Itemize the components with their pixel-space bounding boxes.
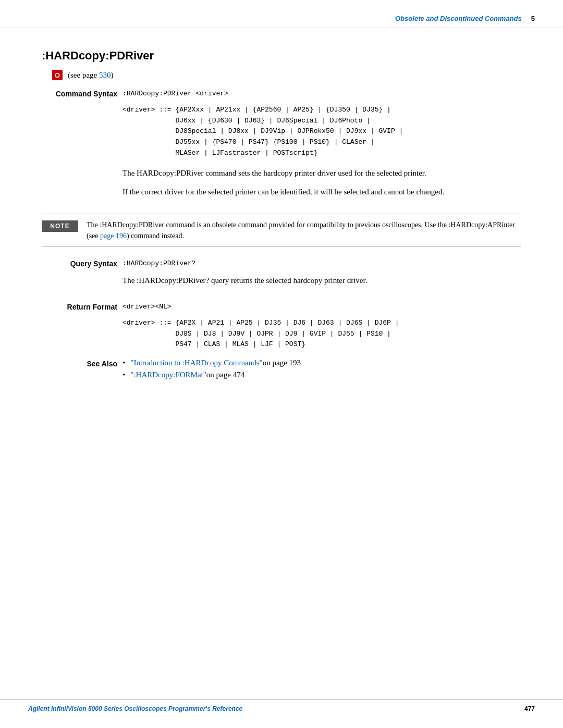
see-also-link-1[interactable]: "Introduction to :HARDcopy Commands" xyxy=(130,359,262,367)
query-syntax-row: Query Syntax :HARDcopy:PDRiver? The :HAR… xyxy=(42,258,521,293)
page-header: Obsolete and Discontinued Commands 5 xyxy=(0,0,563,28)
query-syntax-code: :HARDcopy:PDRiver? xyxy=(123,258,521,269)
footer-page-num: 477 xyxy=(524,705,535,712)
query-syntax-label: Query Syntax xyxy=(42,258,123,293)
return-format-driver-def: <driver> ::= {AP2X | AP21 | AP25 | DJ35 … xyxy=(123,318,521,350)
note-row: NOTE The :HARDcopy:PDRiver command is an… xyxy=(42,214,521,247)
see-also-row: See Also "Introduction to :HARDcopy Comm… xyxy=(42,359,521,382)
header-page-num: 5 xyxy=(531,15,535,22)
body-para-2: If the correct driver for the selected p… xyxy=(123,186,521,198)
note-text: The :HARDcopy:PDRiver command is an obso… xyxy=(87,219,521,241)
see-also-suffix-1: on page 193 xyxy=(263,359,301,367)
return-format-line1: <driver><NL> xyxy=(123,302,521,313)
header-chapter-title: Obsolete and Discontinued Commands xyxy=(395,15,522,22)
see-also-content: "Introduction to :HARDcopy Commands" on … xyxy=(123,359,521,382)
command-syntax-label: Command Syntax xyxy=(42,89,123,159)
see-page-suffix: ) xyxy=(111,71,113,79)
note-label: NOTE xyxy=(42,220,78,232)
section-title: :HARDcopy:PDRiver xyxy=(42,49,521,63)
body-para-row-1: The HARDcopy:PDRiver command sets the ha… xyxy=(42,167,521,205)
return-format-row: Return Format <driver><NL> <driver> ::= … xyxy=(42,302,521,350)
note-text-after: ) command instead. xyxy=(127,232,184,240)
see-also-label: See Also xyxy=(42,359,123,382)
main-content: :HARDcopy:PDRiver O (see page 530) Comma… xyxy=(0,28,563,422)
return-format-label: Return Format xyxy=(42,302,123,350)
see-also-link-2[interactable]: ":HARDcopy:FORMat" xyxy=(130,371,206,379)
command-syntax-row: Command Syntax :HARDcopy:PDRiver <driver… xyxy=(42,89,521,159)
note-link[interactable]: page 196 xyxy=(100,232,127,240)
return-format-content: <driver><NL> <driver> ::= {AP2X | AP21 |… xyxy=(123,302,521,350)
see-page-link[interactable]: 530 xyxy=(99,71,111,79)
command-syntax-driver-def: <driver> ::= {AP2Xxx | AP21xx | {AP2560 … xyxy=(123,105,521,159)
see-page-prefix: (see page xyxy=(68,71,99,79)
footer-title: Agilent InfiniiVision 5000 Series Oscill… xyxy=(28,705,242,712)
query-syntax-description: The :HARDcopy:PDRiver? query returns the… xyxy=(123,275,521,287)
command-syntax-content: :HARDcopy:PDRiver <driver> <driver> ::= … xyxy=(123,89,521,159)
see-page-text: (see page 530) xyxy=(68,71,113,80)
see-page-row: O (see page 530) xyxy=(52,70,521,80)
see-also-suffix-2: on page 474 xyxy=(206,371,244,379)
body-para-1: The HARDcopy:PDRiver command sets the ha… xyxy=(123,167,521,179)
page-footer: Agilent InfiniiVision 5000 Series Oscill… xyxy=(0,699,563,712)
see-also-item-2: ":HARDcopy:FORMat" on page 474 xyxy=(123,371,521,379)
see-also-list: "Introduction to :HARDcopy Commands" on … xyxy=(123,359,521,379)
page-container: Obsolete and Discontinued Commands 5 :HA… xyxy=(0,0,563,728)
command-syntax-line1: :HARDcopy:PDRiver <driver> xyxy=(123,89,521,100)
o-badge: O xyxy=(52,70,63,80)
query-syntax-content: :HARDcopy:PDRiver? The :HARDcopy:PDRiver… xyxy=(123,258,521,293)
see-also-item-1: "Introduction to :HARDcopy Commands" on … xyxy=(123,359,521,367)
